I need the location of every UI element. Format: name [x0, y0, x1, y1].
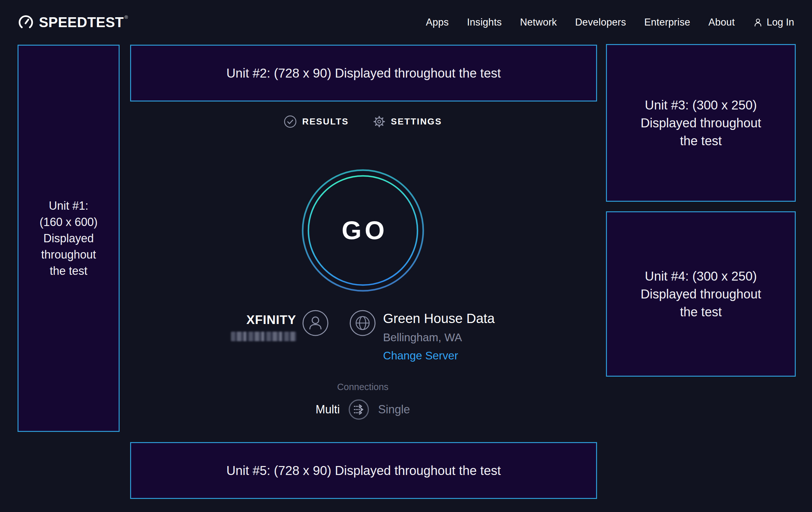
connections-section: Connections Multi Single: [120, 382, 606, 421]
ad-unit-1[interactable]: Unit #1: (160 x 600) Displayed throughou…: [18, 45, 120, 432]
connections-single-label[interactable]: Single: [378, 403, 410, 416]
ad-unit-1-text: Unit #1: (160 x 600) Displayed throughou…: [39, 197, 97, 279]
server-name: Green House Data: [383, 311, 495, 326]
nav-item-developers[interactable]: Developers: [575, 17, 626, 28]
logo-text: SPEEDTEST: [39, 15, 124, 30]
tab-settings-label: SETTINGS: [391, 116, 442, 127]
nav-item-insights[interactable]: Insights: [467, 17, 502, 28]
tab-bar: RESULTS: [120, 115, 606, 128]
connections-toggle-row: Multi Single: [120, 399, 606, 421]
go-button[interactable]: GO: [301, 168, 425, 292]
ad-unit-3-text: Unit #3: (300 x 250) Displayed throughou…: [640, 96, 761, 150]
check-circle-icon: [284, 115, 297, 128]
connections-label: Connections: [120, 382, 606, 392]
ad-unit-4[interactable]: Unit #4: (300 x 250) Displayed throughou…: [606, 211, 796, 377]
host-info: XFINITY: [231, 309, 296, 341]
tab-results[interactable]: RESULTS: [284, 115, 349, 128]
isp-ip-redacted: [231, 332, 296, 341]
isp-person-icon: [302, 309, 329, 336]
change-server-link[interactable]: Change Server: [383, 349, 495, 362]
speedtest-logo[interactable]: SPEEDTEST®: [18, 15, 128, 30]
ad-unit-4-text: Unit #4: (300 x 250) Displayed throughou…: [640, 267, 761, 321]
ad-unit-2-text: Unit #2: (728 x 90) Displayed throughout…: [227, 66, 501, 80]
gear-icon: [373, 115, 386, 128]
server-location: Bellingham, WA: [383, 331, 495, 344]
server-globe-icon: [349, 309, 376, 336]
nav-item-network[interactable]: Network: [520, 17, 557, 28]
tab-settings[interactable]: SETTINGS: [373, 115, 442, 128]
go-area: GO: [120, 168, 606, 292]
ad-unit-5-text: Unit #5: (728 x 90) Displayed throughout…: [227, 463, 501, 478]
person-icon: [753, 18, 763, 27]
nav-item-apps[interactable]: Apps: [426, 17, 449, 28]
connections-multi-label[interactable]: Multi: [315, 403, 340, 416]
main-nav: Apps Insights Network Developers Enterpr…: [426, 17, 794, 28]
isp-name: XFINITY: [246, 313, 296, 327]
ad-unit-2[interactable]: Unit #2: (728 x 90) Displayed throughout…: [130, 45, 597, 102]
nav-item-enterprise[interactable]: Enterprise: [644, 17, 690, 28]
login-button[interactable]: Log In: [753, 17, 794, 28]
ad-unit-5[interactable]: Unit #5: (728 x 90) Displayed throughout…: [130, 442, 597, 499]
logo-trademark: ®: [124, 15, 128, 20]
login-label: Log In: [767, 17, 794, 28]
speedtest-page: SPEEDTEST® Apps Insights Network Develop…: [0, 0, 812, 512]
test-meta-row: XFINITY Green House Data Bellingham, WA …: [120, 309, 606, 362]
connections-toggle-icon[interactable]: [348, 399, 370, 421]
go-button-label: GO: [301, 168, 425, 292]
header: SPEEDTEST® Apps Insights Network Develop…: [0, 0, 812, 45]
tab-results-label: RESULTS: [302, 116, 349, 127]
ad-unit-3[interactable]: Unit #3: (300 x 250) Displayed throughou…: [606, 44, 796, 202]
nav-item-about[interactable]: About: [708, 17, 735, 28]
speedtest-gauge-icon: [18, 15, 34, 30]
server-info: Green House Data Bellingham, WA Change S…: [383, 309, 495, 362]
